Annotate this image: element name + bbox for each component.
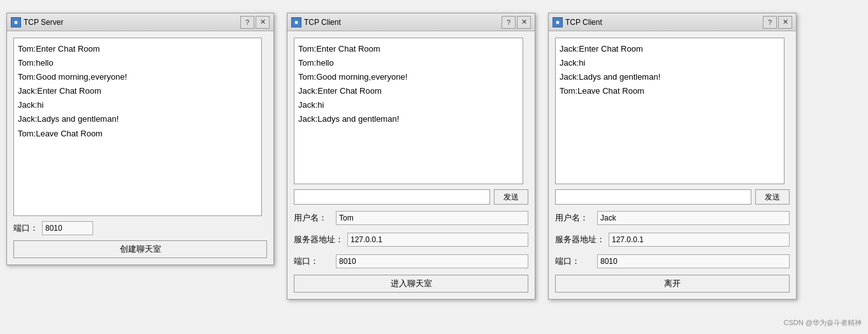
client-tom-title-left: ■ TCP Client (291, 17, 341, 27)
client-tom-port-label: 端口： (294, 256, 332, 267)
client-jack-message-input[interactable] (555, 189, 751, 205)
server-window-icon: ■ (11, 17, 21, 27)
server-content: Tom:Enter Chat RoomTom:helloTom:Good mor… (7, 31, 273, 265)
client-tom-send-button[interactable]: 发送 (494, 189, 528, 205)
server-port-input[interactable] (42, 221, 93, 235)
server-help-button[interactable]: ? (240, 16, 254, 29)
client-jack-username-label: 用户名： (555, 212, 593, 224)
chat-line: Jack:hi (18, 98, 257, 112)
client-jack-server-row: 服务器地址： (555, 231, 790, 248)
client-tom-title-text: TCP Client (304, 18, 341, 27)
client-tom-message-input[interactable] (294, 189, 490, 205)
chat-line: Jack:Enter Chat Room (560, 42, 780, 56)
client-tom-input-row: 发送 (294, 189, 528, 205)
chat-line: Jack:Enter Chat Room (18, 84, 257, 98)
client-tom-port-row: 端口： (294, 253, 528, 270)
chat-line: Tom:hello (298, 56, 519, 70)
client-jack-close-button[interactable]: ✕ (778, 16, 792, 29)
client-jack-title-buttons: ? ✕ (763, 16, 792, 29)
client-tom-port-input[interactable] (336, 254, 528, 268)
client-jack-chat-area: Jack:Enter Chat RoomJack:hiJack:Ladys an… (555, 38, 785, 184)
client-tom-help-button[interactable]: ? (502, 16, 516, 29)
client-tom-content: Tom:Enter Chat RoomTom:helloTom:Good mor… (287, 31, 535, 299)
client-jack-content: Jack:Enter Chat RoomJack:hiJack:Ladys an… (549, 31, 796, 299)
client-jack-server-label: 服务器地址： (555, 234, 605, 245)
server-title-bar: ■ TCP Server ? ✕ (7, 13, 273, 31)
client-jack-title-bar: ■ TCP Client ? ✕ (549, 13, 796, 31)
client-jack-window: ■ TCP Client ? ✕ Jack:Enter Chat RoomJac… (548, 13, 797, 300)
client-tom-title-bar: ■ TCP Client ? ✕ (287, 13, 535, 31)
chat-line: Jack:Ladys and gentleman! (560, 70, 780, 84)
server-chat-area: Tom:Enter Chat RoomTom:helloTom:Good mor… (13, 38, 262, 216)
server-create-button[interactable]: 创建聊天室 (13, 240, 267, 258)
client-tom-server-label: 服务器地址： (294, 234, 344, 245)
server-port-row: 端口： (13, 221, 267, 235)
chat-line: Tom:Enter Chat Room (18, 42, 257, 56)
client-tom-title-buttons: ? ✕ (502, 16, 531, 29)
chat-line: Jack:Ladys and gentleman! (18, 112, 257, 126)
client-tom-username-row: 用户名： (294, 210, 528, 226)
client-jack-title-text: TCP Client (565, 18, 602, 27)
server-title-text: TCP Server (24, 18, 63, 27)
chat-line: Jack:hi (298, 98, 519, 112)
client-tom-server-input[interactable] (347, 233, 528, 247)
client-jack-help-button[interactable]: ? (763, 16, 777, 29)
chat-line: Tom:Leave Chat Room (560, 84, 780, 98)
chat-line: Jack:hi (560, 56, 780, 70)
client-jack-input-row: 发送 (555, 189, 790, 205)
client-jack-window-icon: ■ (553, 17, 563, 27)
chat-line: Tom:Good morning,everyone! (298, 70, 519, 84)
server-title-buttons: ? ✕ (240, 16, 270, 29)
client-jack-port-label: 端口： (555, 256, 593, 267)
server-port-label: 端口： (13, 222, 38, 234)
client-tom-join-button[interactable]: 进入聊天室 (294, 275, 528, 293)
chat-line: Jack:Ladys and gentleman! (298, 112, 519, 126)
client-tom-server-row: 服务器地址： (294, 231, 528, 248)
watermark: CSDN @华为奋斗者精神 (784, 318, 862, 328)
client-jack-port-input[interactable] (597, 254, 790, 268)
client-jack-server-input[interactable] (609, 233, 790, 247)
server-window: ■ TCP Server ? ✕ Tom:Enter Chat RoomTom:… (6, 13, 274, 265)
client-jack-send-button[interactable]: 发送 (755, 189, 790, 205)
client-tom-close-button[interactable]: ✕ (517, 16, 531, 29)
client-jack-title-left: ■ TCP Client (553, 17, 602, 27)
chat-line: Tom:Leave Chat Room (18, 127, 257, 141)
chat-line: Tom:Good morning,everyone! (18, 70, 257, 84)
server-title-left: ■ TCP Server (11, 17, 63, 27)
client-tom-username-input[interactable] (336, 211, 528, 225)
server-close-button[interactable]: ✕ (256, 16, 270, 29)
client-jack-port-row: 端口： (555, 253, 790, 270)
chat-line: Jack:Enter Chat Room (298, 84, 519, 98)
client-jack-username-row: 用户名： (555, 210, 790, 226)
client-tom-chat-area: Tom:Enter Chat RoomTom:helloTom:Good mor… (294, 38, 523, 184)
client-tom-window-icon: ■ (291, 17, 301, 27)
client-tom-username-label: 用户名： (294, 212, 332, 224)
chat-line: Tom:Enter Chat Room (298, 42, 519, 56)
client-tom-window: ■ TCP Client ? ✕ Tom:Enter Chat RoomTom:… (287, 13, 535, 300)
chat-line: Tom:hello (18, 56, 257, 70)
client-jack-username-input[interactable] (597, 211, 790, 225)
client-jack-leave-button[interactable]: 离开 (555, 275, 790, 293)
